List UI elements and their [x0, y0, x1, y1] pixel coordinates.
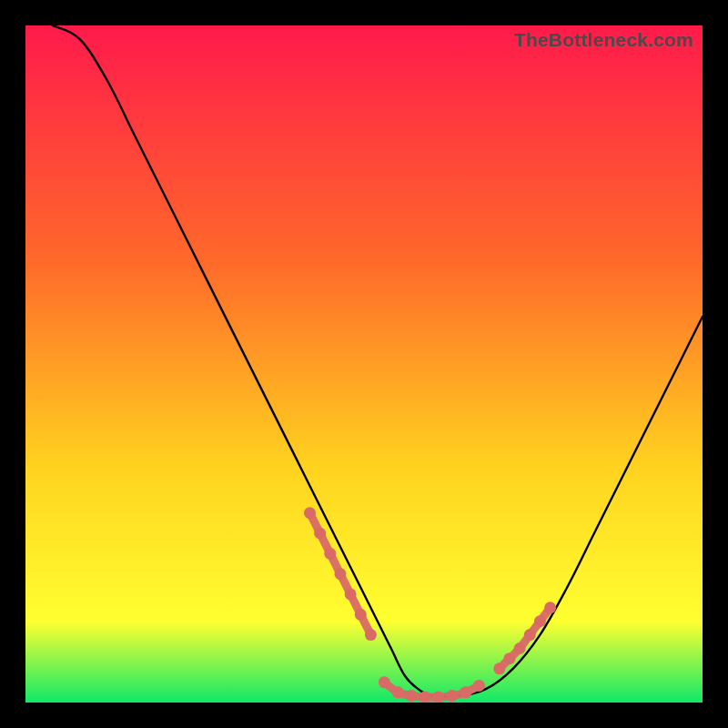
marker-cluster-left-point [365, 629, 377, 641]
marker-cluster-right-point [544, 602, 556, 613]
marker-cluster-right-point [524, 629, 536, 641]
marker-cluster-left-point [314, 528, 326, 540]
marker-cluster-right-point [503, 652, 515, 664]
marker-cluster-right-point [493, 662, 505, 674]
chart-frame: TheBottleneck.com [25, 25, 703, 703]
bottleneck-chart [25, 25, 703, 703]
marker-cluster-left-point [334, 568, 346, 580]
marker-cluster-bottom-point [392, 686, 404, 698]
marker-cluster-left-point [304, 507, 316, 519]
marker-cluster-bottom-point [406, 690, 418, 702]
marker-cluster-bottom-point [460, 686, 471, 698]
marker-cluster-right-point [534, 615, 546, 627]
marker-cluster-left-point [355, 609, 367, 621]
marker-cluster-bottom-point [446, 690, 458, 702]
watermark-text: TheBottleneck.com [514, 29, 693, 51]
marker-cluster-bottom-point [432, 692, 444, 703]
chart-background [25, 25, 703, 703]
marker-cluster-left-point [345, 588, 357, 600]
marker-cluster-left-point [324, 548, 336, 560]
marker-cluster-bottom-point [473, 680, 485, 692]
marker-cluster-right-point [514, 642, 526, 654]
marker-cluster-bottom-point [379, 676, 390, 688]
marker-cluster-bottom-point [419, 692, 430, 703]
